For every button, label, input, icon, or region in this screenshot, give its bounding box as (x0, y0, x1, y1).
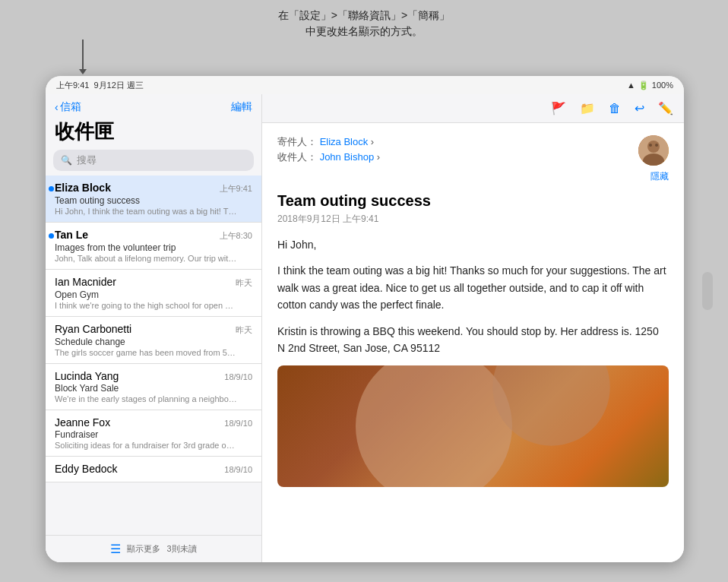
mail-item[interactable]: Ryan Carbonetti 昨天 Schedule change The g… (46, 317, 261, 364)
mail-preview: I think we're going to the high school f… (55, 301, 237, 310)
from-name[interactable]: Eliza Block (320, 136, 369, 147)
to-name[interactable]: John Bishop (320, 151, 375, 163)
email-from: 寄件人： Eliza Block › (277, 135, 638, 149)
mail-subject: Fundraiser (55, 429, 252, 440)
flag-button[interactable]: 🚩 (551, 101, 566, 115)
sidebar: ‹ 信箱 編輯 收件匣 🔍 搜尋 Eliza Block 上午9:41 Team… (46, 94, 262, 562)
status-left: 上午9:41 9月12日 週三 (56, 80, 144, 91)
footer-more[interactable]: 顯示更多 (127, 543, 160, 555)
svg-point-3 (649, 144, 652, 147)
mail-item[interactable]: Ian Macnider 昨天 Open Gym I think we're g… (46, 270, 261, 317)
mail-preview: Soliciting ideas for a fundraiser for 3r… (55, 441, 237, 450)
email-header-right: 隱藏 (638, 135, 669, 183)
mail-item[interactable]: Lucinda Yang 18/9/10 Block Yard Sale We'… (46, 364, 261, 410)
edit-button[interactable]: 編輯 (231, 100, 252, 114)
sender-name: Eliza Block (55, 182, 111, 194)
device-frame: 上午9:41 9月12日 週三 ▲ 🔋 100% ‹ 信箱 編輯 收件匣 🔍 搜… (46, 76, 684, 562)
sender-name: Lucinda Yang (55, 370, 119, 382)
sidebar-footer: ☰ 顯示更多 3則未讀 (46, 535, 261, 562)
hide-button[interactable]: 隱藏 (650, 170, 669, 183)
status-time: 上午9:41 (56, 80, 89, 91)
trash-button[interactable]: 🗑 (609, 102, 621, 115)
compose-button[interactable]: ✏️ (658, 101, 673, 115)
email-to: 收件人： John Bishop › (277, 150, 638, 164)
search-bar[interactable]: 🔍 搜尋 (53, 150, 254, 171)
email-para2: Kristin is throwing a BBQ this weekend. … (277, 323, 669, 357)
from-arrow-icon: › (371, 136, 374, 147)
sender-name: Eddy Bedock (55, 463, 118, 475)
sender-name: Jeanne Fox (55, 416, 110, 429)
email-para1: I think the team outing was a big hit! T… (277, 262, 669, 313)
detail-toolbar: 🚩 📁 🗑 ↩ ✏️ (262, 94, 684, 123)
email-date: 2018年9月12日 上午9:41 (277, 213, 669, 226)
home-button[interactable] (702, 272, 713, 310)
status-bar: 上午9:41 9月12日 週三 ▲ 🔋 100% (46, 76, 684, 94)
mail-time: 上午8:30 (220, 230, 252, 242)
search-placeholder: 搜尋 (77, 153, 97, 167)
mail-item[interactable]: Eliza Block 上午9:41 Team outing success H… (46, 176, 261, 223)
tooltip-arrow (82, 40, 84, 70)
tooltip-line1: 在「設定」>「聯絡資訊」>「簡稱」 (137, 8, 591, 24)
svg-point-4 (655, 144, 658, 147)
battery-icon: 🔋 (638, 81, 649, 90)
mail-subject: Team outing success (55, 195, 252, 206)
back-label: 信箱 (60, 100, 81, 114)
sender-name: Ian Macnider (55, 276, 116, 288)
email-image (277, 365, 669, 487)
to-label: 收件人： (277, 151, 317, 163)
sidebar-header: ‹ 信箱 編輯 (46, 94, 261, 117)
email-greeting: Hi John, (277, 236, 669, 253)
tooltip-line2: 中更改姓名顯示的方式。 (137, 24, 591, 40)
mail-time: 18/9/10 (224, 465, 252, 474)
wifi-icon: ▲ (627, 81, 635, 90)
mail-time: 18/9/10 (224, 372, 252, 381)
back-chevron-icon: ‹ (55, 101, 59, 113)
mail-layout: ‹ 信箱 編輯 收件匣 🔍 搜尋 Eliza Block 上午9:41 Team… (46, 94, 684, 562)
mail-subject: Open Gym (55, 289, 252, 300)
status-right: ▲ 🔋 100% (627, 81, 673, 90)
list-icon: ☰ (110, 542, 121, 556)
to-arrow-icon: › (377, 151, 380, 163)
detail-pane: 🚩 📁 🗑 ↩ ✏️ 寄件人： Eliza Block › 收件人： (262, 94, 684, 562)
email-subject: Team outing success (277, 192, 669, 210)
footer-unread: 3則未讀 (166, 543, 196, 555)
mail-item[interactable]: Jeanne Fox 18/9/10 Fundraiser Soliciting… (46, 410, 261, 457)
email-image-overlay (277, 365, 669, 487)
back-button[interactable]: ‹ 信箱 (55, 100, 81, 114)
email-header-left: 寄件人： Eliza Block › 收件人： John Bishop › (277, 135, 638, 166)
mail-item[interactable]: Tan Le 上午8:30 Images from the volunteer … (46, 223, 261, 270)
mail-preview: Hi John, I think the team outing was a b… (55, 207, 237, 216)
sender-name: Ryan Carbonetti (55, 323, 131, 335)
mail-preview: The girls soccer game has been moved fro… (55, 348, 237, 357)
email-header: 寄件人： Eliza Block › 收件人： John Bishop › (277, 135, 669, 183)
mail-subject: Schedule change (55, 337, 252, 347)
mail-time: 昨天 (236, 324, 252, 336)
search-icon: 🔍 (61, 155, 72, 166)
detail-content: 寄件人： Eliza Block › 收件人： John Bishop › (262, 123, 684, 562)
sender-name: Tan Le (55, 229, 88, 241)
mail-time: 上午9:41 (220, 183, 252, 195)
mail-time: 昨天 (236, 277, 252, 289)
folder-button[interactable]: 📁 (580, 101, 595, 115)
battery-percent: 100% (652, 81, 673, 90)
mail-list: Eliza Block 上午9:41 Team outing success H… (46, 176, 261, 535)
mail-item[interactable]: Eddy Bedock 18/9/10 (46, 457, 261, 482)
mail-subject: Images from the volunteer trip (55, 242, 252, 253)
mail-preview: We're in the early stages of planning a … (55, 394, 237, 403)
from-label: 寄件人： (277, 136, 317, 147)
inbox-title: 收件匣 (46, 117, 261, 150)
email-body: Hi John, I think the team outing was a b… (277, 236, 669, 356)
tooltip: 在「設定」>「聯絡資訊」>「簡稱」 中更改姓名顯示的方式。 (137, 8, 591, 40)
avatar (638, 135, 669, 166)
mail-time: 18/9/10 (224, 419, 252, 428)
status-date: 9月12日 週三 (93, 80, 143, 91)
mail-subject: Block Yard Sale (55, 383, 252, 394)
reply-button[interactable]: ↩ (635, 101, 644, 115)
svg-point-1 (647, 141, 660, 153)
mail-preview: John, Talk about a lifelong memory. Our … (55, 254, 237, 263)
